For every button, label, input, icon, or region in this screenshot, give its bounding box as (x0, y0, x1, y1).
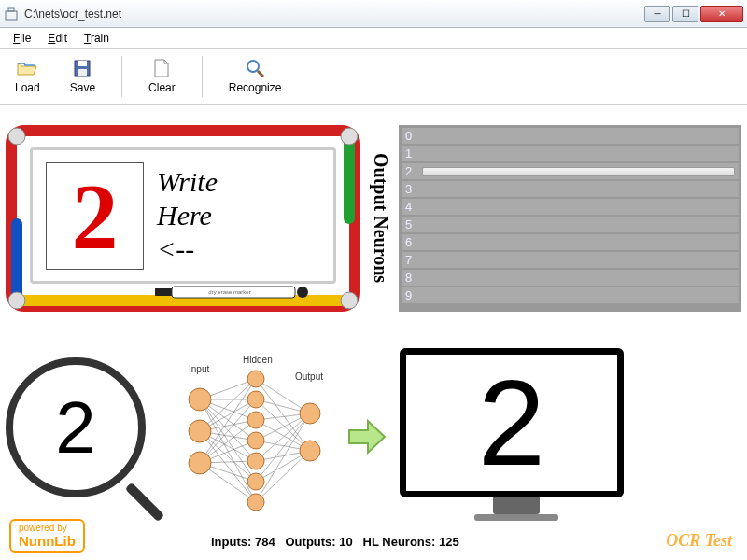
neuron-label: 4 (405, 200, 416, 214)
app-icon (4, 7, 19, 21)
svg-point-54 (189, 388, 211, 411)
svg-point-13 (8, 292, 25, 309)
neuron-row-3: 3 (402, 181, 739, 197)
neuron-row-1: 1 (402, 146, 739, 161)
close-button[interactable]: ✕ (700, 6, 743, 22)
clear-button[interactable]: Clear (145, 55, 179, 98)
maximize-button[interactable]: ☐ (672, 6, 698, 22)
powered-by-badge: powered by NunnLib (9, 519, 85, 553)
magnifier-view: 2 (6, 357, 164, 516)
svg-line-25 (200, 399, 256, 502)
magnifier-icon (245, 59, 265, 77)
window-title: C:\nets\ocr_test.net (24, 7, 642, 21)
svg-text:dry erase marker: dry erase marker (208, 289, 250, 295)
neuron-row-7: 7 (402, 252, 739, 268)
neuron-label: 8 (405, 271, 416, 285)
neuron-bar (422, 185, 735, 194)
menu-edit[interactable]: Edit (40, 30, 75, 47)
svg-point-55 (189, 420, 211, 442)
recognize-button[interactable]: Recognize (225, 55, 286, 98)
load-label: Load (15, 81, 40, 94)
neuron-label: 2 (405, 164, 416, 178)
neuron-bar (422, 220, 735, 230)
neuron-label: 1 (405, 147, 416, 161)
neuron-label: 6 (405, 235, 416, 249)
drawn-digit: 2 (72, 162, 119, 270)
recognize-label: Recognize (229, 81, 282, 94)
menu-train[interactable]: Train (77, 30, 117, 47)
menu-file[interactable]: File (6, 30, 38, 47)
arrow-right-icon (345, 415, 388, 458)
whiteboard: 2 Write Here <-- dry erase marker (6, 125, 360, 312)
svg-point-60 (247, 432, 264, 449)
result-digit: 2 (478, 353, 545, 493)
neuron-label: 5 (405, 217, 416, 231)
svg-point-58 (247, 391, 264, 408)
window-titlebar: C:\nets\ocr_test.net ─ ☐ ✕ (0, 0, 747, 28)
neuron-label: 3 (405, 182, 416, 196)
neuron-bar (422, 291, 735, 301)
output-neurons-panel: 0123456789 (399, 125, 741, 312)
neuron-label: 7 (405, 253, 416, 267)
save-button[interactable]: Save (66, 55, 99, 98)
neuron-label: 0 (405, 129, 416, 143)
svg-rect-3 (78, 61, 87, 66)
svg-point-5 (247, 61, 259, 72)
svg-rect-1 (8, 8, 14, 11)
neuron-row-8: 8 (402, 270, 739, 286)
folder-open-icon (17, 59, 37, 77)
neuron-bar (422, 167, 735, 176)
svg-point-62 (247, 473, 264, 490)
output-neurons-label: Output Neurons (370, 125, 391, 312)
svg-line-6 (258, 71, 263, 77)
svg-point-65 (300, 441, 320, 461)
ocr-test-label: OCR Test (666, 531, 732, 551)
minimize-button[interactable]: ─ (644, 6, 670, 22)
toolbar-separator (121, 56, 122, 97)
content-area: 2 Write Here <-- dry erase marker Output… (0, 105, 747, 560)
svg-point-63 (247, 494, 264, 511)
save-icon (72, 59, 92, 77)
neural-network-diagram: Input Hidden Output (176, 362, 334, 511)
svg-rect-4 (78, 69, 87, 76)
svg-point-11 (8, 128, 25, 145)
new-page-icon (151, 59, 172, 77)
neuron-row-0: 0 (402, 128, 739, 144)
neuron-bar (422, 256, 735, 265)
load-button[interactable]: Load (11, 55, 44, 98)
svg-point-59 (247, 412, 264, 428)
neuron-row-6: 6 (402, 234, 739, 250)
drawing-canvas[interactable]: 2 (46, 162, 144, 270)
svg-point-12 (341, 128, 358, 145)
menu-bar: File Edit Train (0, 28, 747, 49)
svg-point-61 (247, 453, 264, 469)
toolbar-separator (202, 56, 203, 97)
neuron-bar (422, 238, 735, 247)
network-stats: Inputs: 784 Outputs: 10 HL Neurons: 125 (211, 535, 459, 549)
svg-rect-15 (155, 288, 172, 296)
svg-point-56 (189, 452, 211, 474)
svg-point-57 (247, 371, 264, 387)
neuron-row-4: 4 (402, 199, 739, 215)
neuron-bar (422, 273, 735, 283)
write-here-hint: Write Here <-- (157, 165, 218, 266)
neuron-label: 9 (405, 288, 416, 302)
neuron-bar (422, 132, 735, 141)
clear-label: Clear (148, 81, 176, 94)
svg-point-17 (297, 287, 308, 298)
result-monitor: 2 (400, 348, 633, 525)
svg-point-64 (300, 403, 320, 424)
magnified-digit: 2 (55, 385, 95, 470)
svg-point-14 (341, 292, 358, 309)
neuron-row-5: 5 (402, 217, 739, 232)
neuron-bar (422, 203, 735, 212)
neuron-row-2: 2 (402, 163, 739, 179)
neuron-bar (422, 149, 735, 159)
toolbar: Load Save Clear Recognize (0, 49, 747, 105)
neuron-row-9: 9 (402, 287, 739, 303)
marker-icon: dry erase marker (155, 286, 314, 299)
svg-rect-0 (6, 11, 17, 20)
save-label: Save (70, 81, 95, 94)
